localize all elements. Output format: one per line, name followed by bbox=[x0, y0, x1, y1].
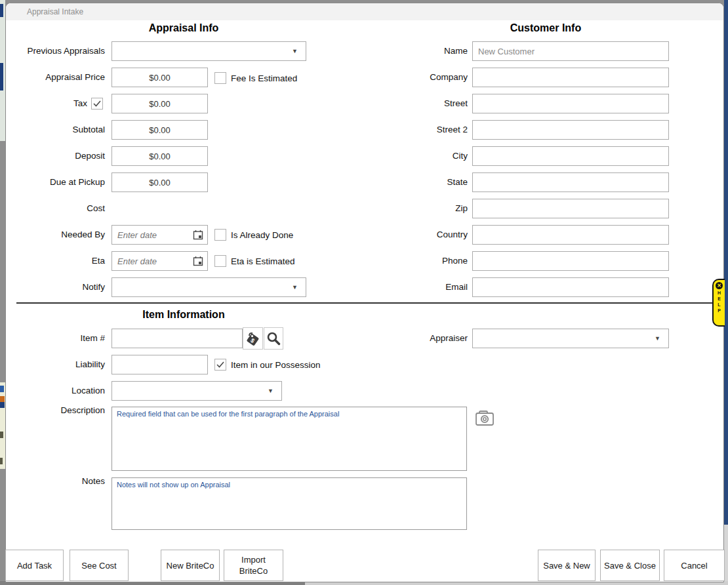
chevron-down-icon: ▼ bbox=[292, 284, 306, 291]
customer-city-input[interactable] bbox=[472, 146, 669, 166]
notify-select[interactable]: ▼ bbox=[111, 277, 306, 297]
backdrop-left-beige bbox=[0, 382, 5, 469]
section-divider bbox=[16, 302, 712, 304]
deposit-label: Deposit bbox=[7, 146, 105, 166]
check-icon bbox=[216, 361, 224, 368]
description-textarea[interactable]: Required field that can be used for the … bbox=[111, 407, 467, 471]
customer-city-label: City bbox=[367, 146, 468, 166]
subtotal-label: Subtotal bbox=[7, 120, 105, 140]
tax-input[interactable] bbox=[111, 94, 208, 113]
backdrop-left-blue-fragment-1 bbox=[0, 4, 3, 17]
customer-zip-label: Zip bbox=[367, 199, 468, 218]
due-at-pickup-input[interactable] bbox=[111, 172, 208, 192]
see-cost-button[interactable]: See Cost bbox=[70, 550, 129, 581]
backdrop-left-blue-fragment-2 bbox=[0, 63, 3, 91]
backdrop-left-text-fragment-1 bbox=[0, 386, 4, 392]
customer-country-input[interactable] bbox=[472, 225, 669, 245]
customer-state-input[interactable] bbox=[472, 172, 669, 192]
previous-appraisals-label: Previous Appraisals bbox=[7, 41, 105, 61]
customer-info-title: Customer Info bbox=[447, 22, 644, 34]
eta-label: Eta bbox=[7, 251, 105, 271]
eta-input[interactable] bbox=[111, 251, 208, 271]
screen: { "window": { "title": "Appraisal Intake… bbox=[0, 0, 728, 585]
backdrop-left-text-fragment-3 bbox=[0, 402, 5, 408]
appraiser-label: Appraiser bbox=[367, 329, 468, 348]
save-and-new-button[interactable]: Save & New bbox=[538, 550, 596, 581]
customer-state-label: State bbox=[367, 172, 468, 192]
fee-is-estimated-label: Fee Is Estimated bbox=[231, 72, 297, 85]
due-at-pickup-label: Due at Pickup bbox=[7, 172, 105, 192]
customer-company-input[interactable] bbox=[472, 68, 669, 87]
help-tab[interactable]: ✕ HELP bbox=[712, 279, 725, 327]
notes-textarea[interactable]: Notes will not show up on Appraisal bbox=[111, 477, 467, 530]
price-tag-icon: $ bbox=[245, 331, 261, 346]
needed-by-date-field[interactable] bbox=[111, 225, 208, 245]
notes-label: Notes bbox=[7, 475, 105, 494]
customer-street2-input[interactable] bbox=[472, 120, 669, 140]
appraiser-select[interactable]: ▼ bbox=[472, 329, 669, 348]
possession-checkbox[interactable] bbox=[214, 359, 226, 371]
chevron-down-icon: ▼ bbox=[292, 48, 306, 54]
eta-is-estimated-checkbox[interactable] bbox=[214, 255, 226, 267]
chevron-down-icon: ▼ bbox=[268, 388, 281, 394]
chevron-down-icon: ▼ bbox=[655, 335, 668, 342]
backdrop-left-mid bbox=[0, 141, 5, 382]
camera-button[interactable] bbox=[474, 409, 495, 430]
notify-label: Notify bbox=[7, 277, 105, 297]
appraisal-info-title: Appraisal Info bbox=[85, 22, 282, 34]
price-tag-button[interactable]: $ bbox=[243, 327, 263, 350]
liability-label: Liability bbox=[7, 355, 105, 374]
customer-street-input[interactable] bbox=[472, 94, 669, 113]
needed-by-label: Needed By bbox=[7, 225, 105, 245]
new-briteco-button[interactable]: New BriteCo bbox=[161, 550, 220, 581]
check-icon bbox=[93, 100, 101, 107]
location-label: Location bbox=[7, 381, 105, 401]
previous-appraisals-select[interactable]: ▼ bbox=[111, 41, 306, 61]
customer-company-label: Company bbox=[367, 68, 468, 87]
customer-street2-label: Street 2 bbox=[367, 120, 468, 140]
help-close-icon[interactable]: ✕ bbox=[716, 282, 723, 289]
eta-date-field[interactable] bbox=[111, 251, 208, 271]
item-number-label: Item # bbox=[7, 329, 105, 348]
possession-label: Item in our Possession bbox=[231, 359, 321, 371]
item-number-input[interactable] bbox=[111, 329, 243, 348]
fee-is-estimated-checkbox[interactable] bbox=[214, 72, 226, 84]
description-label: Description bbox=[7, 404, 105, 424]
customer-phone-input[interactable] bbox=[472, 251, 669, 271]
subtotal-input[interactable] bbox=[111, 120, 208, 140]
eta-is-estimated-label: Eta is Estimated bbox=[231, 255, 295, 268]
customer-name-input[interactable] bbox=[472, 41, 669, 61]
search-item-button[interactable] bbox=[264, 327, 283, 350]
customer-phone-label: Phone bbox=[367, 251, 468, 271]
item-information-title: Item Information bbox=[85, 309, 282, 321]
import-briteco-button[interactable]: Import BriteCo bbox=[224, 550, 283, 581]
is-already-done-checkbox[interactable] bbox=[214, 229, 226, 241]
save-and-close-button[interactable]: Save & Close bbox=[600, 550, 660, 581]
backdrop-left-text-fragment-5 bbox=[0, 458, 3, 464]
appraisal-price-label: Appraisal Price bbox=[7, 68, 105, 87]
tax-checkbox[interactable] bbox=[91, 98, 103, 110]
deposit-input[interactable] bbox=[111, 146, 208, 166]
customer-name-label: Name bbox=[367, 41, 468, 61]
backdrop-left-text-fragment-2 bbox=[0, 396, 5, 402]
backdrop-left-text-fragment-4 bbox=[0, 432, 3, 438]
liability-input[interactable] bbox=[111, 355, 208, 374]
backdrop-left-bottom bbox=[0, 469, 5, 585]
backdrop-right-blue bbox=[724, 0, 728, 525]
customer-country-label: Country bbox=[367, 225, 468, 245]
search-icon bbox=[266, 331, 281, 346]
help-tab-label: HELP bbox=[717, 291, 721, 314]
is-already-done-label: Is Already Done bbox=[231, 229, 293, 241]
camera-icon bbox=[474, 409, 495, 427]
dialog-title: Appraisal Intake bbox=[6, 3, 723, 20]
customer-street-label: Street bbox=[367, 94, 468, 113]
cancel-button[interactable]: Cancel bbox=[664, 550, 725, 581]
location-select[interactable]: ▼ bbox=[111, 381, 282, 401]
appraisal-price-input[interactable] bbox=[111, 68, 208, 87]
needed-by-input[interactable] bbox=[111, 225, 208, 245]
add-task-button[interactable]: Add Task bbox=[5, 550, 64, 581]
customer-email-input[interactable] bbox=[472, 277, 669, 297]
cost-label: Cost bbox=[7, 199, 105, 218]
customer-zip-input[interactable] bbox=[472, 199, 669, 218]
customer-email-label: Email bbox=[367, 277, 468, 297]
